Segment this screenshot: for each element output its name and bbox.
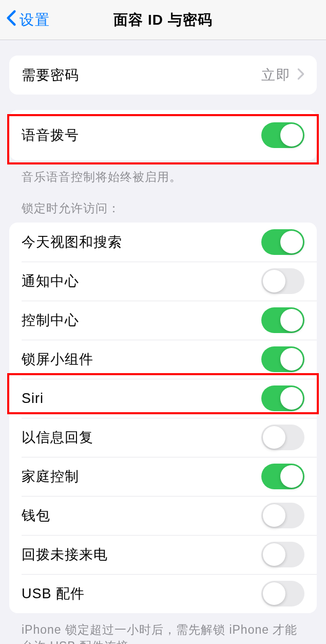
back-chevron-icon xyxy=(6,10,16,30)
voice-dial-label: 语音拨号 xyxy=(22,126,79,144)
lock-access-item-toggle[interactable] xyxy=(261,346,304,372)
lock-access-item-toggle[interactable] xyxy=(261,425,304,450)
lock-access-item-label: 锁屏小组件 xyxy=(22,350,93,369)
lock-access-item-toggle[interactable] xyxy=(261,385,304,411)
lock-access-item-toggle[interactable] xyxy=(261,542,304,567)
back-button[interactable]: 设置 xyxy=(0,10,50,30)
usb-footer: iPhone 锁定超过一小时后，需先解锁 iPhone 才能允许 USB 配件连… xyxy=(9,613,317,644)
lock-access-item-label: 今天视图和搜索 xyxy=(22,233,122,251)
lock-access-item-toggle[interactable] xyxy=(261,307,304,333)
lock-access-row: 今天视图和搜索 xyxy=(9,223,317,262)
voice-dial-row: 语音拨号 xyxy=(9,110,317,160)
voice-dial-footer: 音乐语音控制将始终被启用。 xyxy=(9,160,317,185)
require-passcode-label: 需要密码 xyxy=(22,66,79,84)
lock-access-item-label: 以信息回复 xyxy=(22,428,93,447)
back-label: 设置 xyxy=(20,10,50,30)
lock-access-item-label: 钱包 xyxy=(22,506,50,525)
require-passcode-row[interactable]: 需要密码 立即 xyxy=(9,56,317,95)
page-title: 面容 ID 与密码 xyxy=(113,10,213,30)
lock-access-row: 以信息回复 xyxy=(9,418,317,457)
lock-access-item-label: 通知中心 xyxy=(22,272,79,290)
lock-access-item-toggle[interactable] xyxy=(261,268,304,294)
require-passcode-value: 立即 xyxy=(261,66,291,84)
lock-access-item-label: USB 配件 xyxy=(22,584,85,603)
lock-access-row: 回拨未接来电 xyxy=(9,535,317,574)
lock-access-item-label: 回拨未接来电 xyxy=(22,545,108,564)
chevron-right-icon xyxy=(297,68,304,82)
lock-access-group: 今天视图和搜索通知中心控制中心锁屏小组件Siri以信息回复家庭控制钱包回拨未接来… xyxy=(9,223,317,613)
voice-dial-toggle[interactable] xyxy=(261,122,304,148)
lock-access-item-toggle[interactable] xyxy=(261,581,304,606)
lock-access-item-label: Siri xyxy=(22,391,44,407)
lock-access-row: 锁屏小组件 xyxy=(9,340,317,379)
lock-access-row: 通知中心 xyxy=(9,262,317,301)
lock-access-item-label: 控制中心 xyxy=(22,311,79,329)
lock-access-row: USB 配件 xyxy=(9,574,317,613)
lock-access-row: Siri xyxy=(9,379,317,418)
lock-access-row: 家庭控制 xyxy=(9,457,317,496)
lock-access-row: 控制中心 xyxy=(9,301,317,340)
lock-access-row: 钱包 xyxy=(9,496,317,535)
lock-access-item-toggle[interactable] xyxy=(261,503,304,528)
lock-access-item-label: 家庭控制 xyxy=(22,467,79,486)
lock-access-header: 锁定时允许访问： xyxy=(9,185,317,223)
lock-access-item-toggle[interactable] xyxy=(261,229,304,255)
lock-access-item-toggle[interactable] xyxy=(261,464,304,489)
